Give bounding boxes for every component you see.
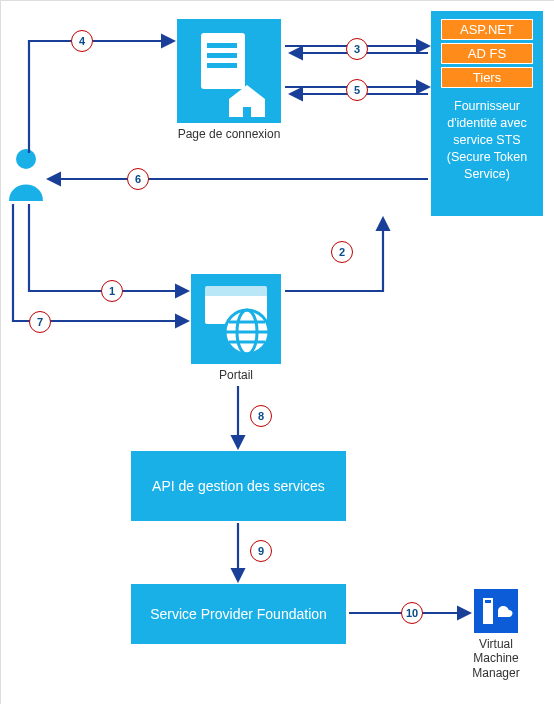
step-5: 5 [346, 79, 368, 101]
step-10: 10 [401, 602, 423, 624]
step-3: 3 [346, 38, 368, 60]
step-7: 7 [29, 311, 51, 333]
user-icon [9, 149, 43, 201]
step-9: 9 [250, 540, 272, 562]
step-6: 6 [127, 168, 149, 190]
step-8: 8 [250, 405, 272, 427]
step-2: 2 [331, 241, 353, 263]
step-1: 1 [101, 280, 123, 302]
svg-point-15 [16, 149, 36, 169]
step-4: 4 [71, 30, 93, 52]
diagram-svg-layer [1, 1, 554, 704]
diagram-canvas: Page de connexion ASP.NET AD FS Tiers Fo… [0, 0, 554, 704]
